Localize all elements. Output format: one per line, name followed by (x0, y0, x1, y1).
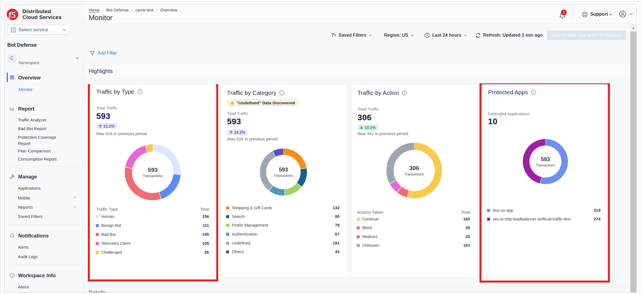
svg-text:593: 593 (279, 166, 288, 173)
svg-text:Transactions: Transactions (143, 174, 163, 178)
svg-text:Transactions: Transactions (404, 172, 424, 176)
svg-text:Transactions: Transactions (536, 163, 555, 167)
svg-text:593: 593 (148, 166, 158, 173)
svg-text:f5: f5 (8, 10, 16, 20)
svg-text:306: 306 (409, 165, 419, 171)
svg-text:593: 593 (541, 156, 550, 162)
svg-text:Transactions: Transactions (274, 174, 293, 178)
